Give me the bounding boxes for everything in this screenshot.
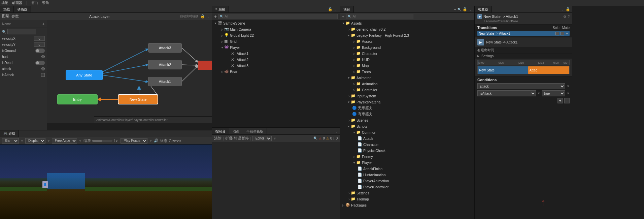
tree-item-attack2[interactable]: ⚔ Attack2	[212, 57, 340, 63]
project-add-icon[interactable]: +	[454, 7, 456, 11]
more-icon[interactable]: ⋮	[206, 14, 210, 19]
layers-tab[interactable]: 图层	[2, 13, 9, 19]
more-console-icon[interactable]: ⋮	[335, 129, 338, 133]
param-hurt-circle[interactable]	[41, 55, 45, 58]
tree-item-grid[interactable]: ▷ ▦ Grid	[212, 38, 340, 44]
project-more-icon[interactable]: ⋮	[469, 7, 472, 11]
proj-input[interactable]: ▷ 📁 InputSystem	[340, 93, 474, 99]
proj-generic[interactable]: ▷ 📁 generic_char_v0.2	[340, 26, 474, 32]
timeline-playhead[interactable]	[478, 60, 478, 65]
play-mode-dropdown[interactable]: Play Focused	[121, 138, 147, 144]
proj-packages[interactable]: ▷ 📦 Packages	[340, 202, 474, 208]
proj-legacy[interactable]: ▼ 📁 Legacy-Fantasy - High Forest 2.3	[340, 32, 474, 38]
proj-physics-check[interactable]: 📄 PhysicsCheck	[340, 148, 474, 154]
proj-tilemap[interactable]: ▷ 📁 Tilemap	[340, 196, 474, 202]
proj-trees[interactable]: ▷ 📁 Trees	[340, 69, 474, 75]
transition-solo-cb[interactable]	[555, 32, 559, 35]
params-add-btn[interactable]: +	[42, 21, 45, 27]
hierarchy-add-btn[interactable]: +	[214, 14, 217, 19]
hierarchy-lock[interactable]: 🔒	[328, 7, 333, 11]
param-isAttack-checkbox[interactable]	[41, 73, 45, 77]
project-lock-icon[interactable]: 🔒	[463, 7, 467, 11]
proj-attack-finish[interactable]: 📄 AttackFinish	[340, 166, 474, 172]
proj-map[interactable]: ▷ 📁 Map	[340, 63, 474, 69]
hierarchy-more[interactable]: ⋮	[334, 7, 338, 11]
proj-physics[interactable]: ▼ 📁 PhysicsMaterial	[340, 99, 474, 105]
hierarchy-search-input[interactable]	[225, 14, 336, 18]
tree-item-player[interactable]: ▼ 👾 Player	[212, 44, 340, 51]
proj-settings[interactable]: ▷ 📁 Settings	[340, 190, 474, 196]
transition-remove-btn[interactable]: −	[566, 31, 568, 35]
node-any-state[interactable]: Any State	[66, 70, 103, 80]
tree-item-samplescene[interactable]: ▼ 🎬 SampleScene	[212, 20, 340, 26]
proj-animation[interactable]: ▷ 📁 Animation	[340, 81, 474, 87]
gizmos-btn[interactable]: Gizmos	[169, 139, 181, 143]
condition1-param-select[interactable]: attack	[477, 83, 565, 89]
search-console-icon[interactable]: 🔍	[313, 136, 317, 140]
transition-item-label[interactable]: New State -> Attack1	[479, 32, 554, 35]
proj-hurt-animation[interactable]: 📄 HurtAnimation	[340, 172, 474, 178]
node-entry[interactable]: Entry	[57, 94, 98, 104]
tree-item-boar[interactable]: ▷ 🐗 Boar	[212, 69, 340, 75]
proj-player-scripts[interactable]: ▼ 📁 Player	[340, 160, 474, 166]
tab-game[interactable]: 🎮 游戏	[0, 130, 19, 137]
proj-animator[interactable]: ▼ 📁 Animator	[340, 75, 474, 81]
transition-mute-cb[interactable]	[561, 32, 564, 35]
proj-no-friction[interactable]: 🔵 无摩擦力	[340, 105, 474, 111]
display-dropdown[interactable]: Display 1	[25, 138, 45, 144]
project-search-icon[interactable]: 🔍	[457, 8, 461, 11]
param-isDead-toggle[interactable]	[35, 61, 45, 65]
param-velocityX-value[interactable]: 0	[34, 36, 45, 41]
param-velocityY-value[interactable]: 0	[34, 42, 45, 47]
auto-link-label[interactable]: 自动实时链接	[180, 14, 198, 19]
condition2-value-select[interactable]: true	[542, 90, 565, 96]
tab-hierarchy[interactable]: ≡ 层级	[212, 6, 229, 12]
proj-player-controller[interactable]: 📄 PlayerController	[340, 184, 474, 190]
node-exit[interactable]: Exit	[198, 61, 212, 70]
aspect-dropdown[interactable]: Free Aspect	[52, 138, 77, 144]
editor-dropdown[interactable]: Editor	[252, 136, 272, 141]
tree-item-attack1[interactable]: ⚔ Attack1	[212, 51, 340, 57]
project-plus-btn[interactable]: +	[342, 14, 344, 19]
tab-animator-main[interactable]: 动画器	[14, 6, 31, 12]
tab-tile-palette[interactable]: 平铺调色板	[243, 128, 267, 134]
node-attack3[interactable]: Attack3	[148, 43, 182, 53]
tab-project[interactable]: 项目	[340, 6, 354, 12]
inspector-lock-icon[interactable]: 🔒	[566, 7, 570, 11]
errors-btn[interactable]: 错误暂停	[234, 136, 249, 141]
menu-animator[interactable]: 动画器	[12, 1, 22, 5]
proj-controller[interactable]: ▷ 📁 Controller	[340, 87, 474, 93]
proj-character-script[interactable]: 📄 Character	[340, 142, 474, 148]
tab-inspector[interactable]: 检查器	[475, 6, 492, 12]
params-search-input[interactable]	[7, 29, 36, 34]
clear-btn[interactable]: 清除	[214, 136, 222, 141]
menu-help[interactable]: 帮助	[42, 1, 49, 5]
menu-scene[interactable]: 场景	[1, 1, 8, 5]
param-isGround-toggle[interactable]	[35, 49, 45, 53]
tree-item-maincam[interactable]: ▷ 📷 Main Camera	[212, 26, 340, 32]
proj-attack-script[interactable]: 📄 Attack	[340, 135, 474, 142]
inspector-more-icon[interactable]: ⋮	[561, 7, 565, 11]
tree-item-globallight[interactable]: ▷ 💡 Global Light 2D	[212, 32, 340, 38]
proj-player-animation[interactable]: 📄 PlayerAnimation	[340, 178, 474, 184]
proj-friction[interactable]: 🔵 有摩擦力	[340, 111, 474, 117]
proj-scripts[interactable]: ▼ 📁 Scripts	[340, 123, 474, 129]
condition2-param-select[interactable]: isAttack	[477, 90, 536, 96]
node-new-state[interactable]: New State	[118, 94, 158, 104]
game-dropdown[interactable]: Game	[2, 138, 19, 144]
add-condition-btn[interactable]: +	[557, 98, 563, 103]
lock-icon[interactable]: 🔒	[200, 14, 205, 19]
zoom-slider[interactable]	[92, 140, 112, 142]
proj-assets[interactable]: ▼ 📁 Assets	[340, 20, 474, 26]
node-attack1[interactable]: Attack1	[148, 77, 182, 86]
proj-character-leg[interactable]: ▷ 📁 Character	[340, 51, 474, 57]
menu-window[interactable]: 窗口	[31, 1, 38, 5]
tab-animator[interactable]: 场景	[0, 6, 14, 12]
proj-hud[interactable]: ▷ 📁 HUD	[340, 57, 474, 63]
sound-icon[interactable]: 🔊	[154, 138, 159, 143]
inspector-settings-icon[interactable]: ⚙	[563, 15, 566, 19]
inspector-question-icon[interactable]: ?	[568, 15, 570, 19]
collapse-btn[interactable]: 折叠	[225, 136, 233, 141]
tree-item-attack3[interactable]: ⚔ Attack3	[212, 63, 340, 69]
node-attack2[interactable]: Attack2	[148, 60, 182, 69]
